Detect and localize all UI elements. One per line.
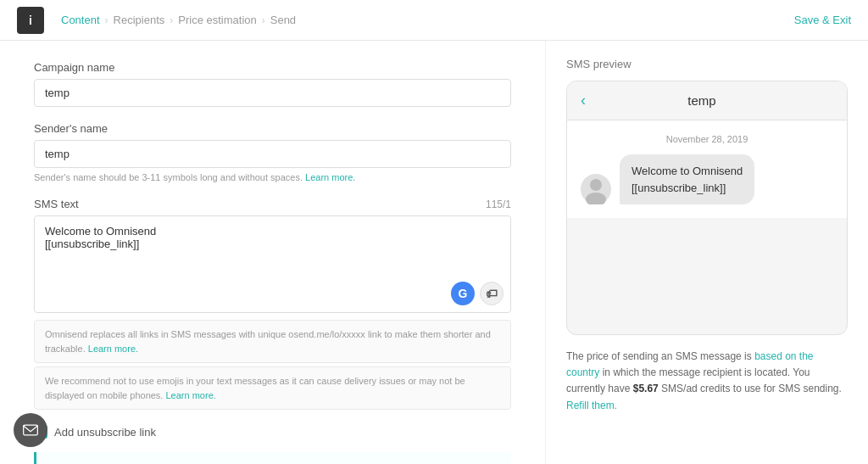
sms-text-label: SMS text bbox=[34, 198, 79, 210]
phone-mock: ‹ temp November 28, 2019 Welcome to Omni… bbox=[566, 81, 848, 335]
breadcrumb-recipients[interactable]: Recipients bbox=[114, 14, 165, 26]
breadcrumb-sep-3: › bbox=[262, 14, 265, 26]
price-info: The price of sending an SMS message is b… bbox=[566, 349, 848, 414]
sms-textarea-wrap: Welcome to Omnisend [[unsubscribe_link]]… bbox=[34, 215, 511, 313]
unsubscribe-label: Add unsubscribe link bbox=[54, 426, 156, 439]
right-panel: SMS preview ‹ temp November 28, 2019 Wel… bbox=[546, 41, 868, 464]
link-info-link[interactable]: Learn more. bbox=[88, 344, 138, 354]
message-row: Welcome to Omnisend[[unsubscribe_link]] bbox=[581, 154, 833, 204]
save-exit-link[interactable]: Save & Exit bbox=[794, 14, 851, 26]
price-amount: $5.67 bbox=[633, 383, 659, 394]
svg-rect-2 bbox=[24, 425, 38, 435]
sms-text-input[interactable]: Welcome to Omnisend [[unsubscribe_link]] bbox=[35, 216, 510, 310]
breadcrumb-sep-2: › bbox=[170, 14, 173, 26]
link-info-box: Omnisend replaces all links in SMS messa… bbox=[34, 320, 511, 363]
sender-hint-link[interactable]: Learn more. bbox=[305, 172, 355, 182]
message-date: November 28, 2019 bbox=[581, 134, 833, 144]
campaign-name-group: Campaign name bbox=[34, 61, 511, 107]
sender-hint: Sender's name should be 3-11 symbols lon… bbox=[34, 172, 511, 182]
left-panel: Campaign name Sender's name Sender's nam… bbox=[0, 41, 546, 464]
emoji-info-text: We recommend not to use emojis in your t… bbox=[45, 376, 465, 400]
phone-header: ‹ temp bbox=[567, 81, 847, 120]
campaign-name-input[interactable] bbox=[34, 79, 511, 107]
main-layout: Campaign name Sender's name Sender's nam… bbox=[0, 41, 868, 464]
svg-point-0 bbox=[590, 179, 602, 191]
price-text-before: The price of sending an SMS message is bbox=[566, 350, 752, 362]
sms-text-header: SMS text 115/1 bbox=[34, 198, 511, 210]
svg-point-1 bbox=[586, 193, 606, 204]
emoji-info-link[interactable]: Learn more. bbox=[166, 390, 216, 400]
sms-counter: 115/1 bbox=[486, 198, 511, 210]
mail-float-button[interactable] bbox=[14, 413, 47, 447]
sender-name-group: Sender's name Sender's name should be 3-… bbox=[34, 122, 511, 182]
breadcrumb: Content › Recipients › Price estimation … bbox=[61, 14, 296, 26]
campaign-name-label: Campaign name bbox=[34, 61, 511, 74]
logo-icon: i bbox=[17, 7, 44, 34]
breadcrumb-content[interactable]: Content bbox=[61, 14, 100, 26]
phone-contact-name: temp bbox=[596, 93, 808, 108]
avatar-icon bbox=[581, 174, 611, 204]
price-refill-link[interactable]: Refill them. bbox=[566, 400, 617, 411]
sms-icons: G 🏷 bbox=[451, 282, 504, 305]
message-bubble: Welcome to Omnisend[[unsubscribe_link]] bbox=[620, 154, 754, 204]
breadcrumb-sep-1: › bbox=[105, 14, 108, 26]
price-text-after: SMS/ad credits to use for SMS sending. bbox=[661, 383, 842, 394]
preview-label: SMS preview bbox=[566, 58, 848, 70]
sender-name-label: Sender's name bbox=[34, 122, 511, 135]
tag-icon[interactable]: 🏷 bbox=[480, 282, 504, 305]
emoji-info-box: We recommend not to use emojis in your t… bbox=[34, 366, 511, 410]
phone-back-icon: ‹ bbox=[581, 92, 586, 109]
sms-text-group: SMS text 115/1 Welcome to Omnisend [[uns… bbox=[34, 198, 511, 410]
phone-body: November 28, 2019 Welcome to Omnisend[[u… bbox=[567, 120, 847, 218]
breadcrumb-price[interactable]: Price estimation bbox=[178, 14, 256, 26]
header-left: i Content › Recipients › Price estimatio… bbox=[17, 7, 296, 34]
header: i Content › Recipients › Price estimatio… bbox=[0, 0, 868, 41]
unsubscribe-checkbox-row[interactable]: Add unsubscribe link bbox=[34, 425, 511, 439]
breadcrumb-send[interactable]: Send bbox=[270, 14, 296, 26]
analytics-box: We will track opens, clicks and other me… bbox=[34, 452, 511, 464]
sender-name-input[interactable] bbox=[34, 140, 511, 168]
left-content: Campaign name Sender's name Sender's nam… bbox=[34, 61, 511, 464]
google-icon[interactable]: G bbox=[451, 282, 475, 305]
